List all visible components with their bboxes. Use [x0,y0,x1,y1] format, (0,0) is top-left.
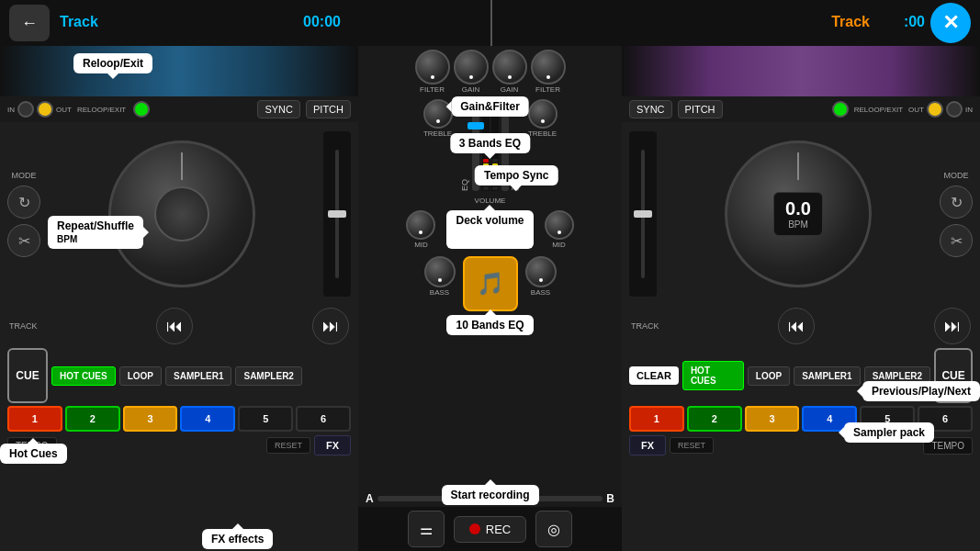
gain-left-knob[interactable] [454,50,489,84]
filter-left-label: FILTER [420,85,445,94]
hcue-1-right[interactable]: 1 [629,406,684,432]
jog-wheel-right[interactable]: 0.0 BPM [725,141,872,287]
fx-button-left[interactable]: FX [314,435,351,455]
mid-left-dot [419,231,422,234]
reloop-exit-label-right: RELOOP/EXIT [854,106,903,114]
mixer-equalizer-icon[interactable]: ⚌ [408,511,445,547]
gain-left-col: GAIN [454,50,489,94]
treble-right-dot [541,119,545,123]
rec-button[interactable]: REC [454,516,526,543]
tab-sampler2-right[interactable]: SAMPLER2 [864,366,930,386]
cue-button-left[interactable]: CUE [7,348,48,403]
shuffle-button[interactable]: ✂ [7,224,40,257]
back-button[interactable]: ← [9,5,50,41]
filter-left-col: FILTER [415,50,450,94]
tab-loop-left[interactable]: LOOP [119,366,162,386]
hcue-4-left[interactable]: 4 [180,406,235,432]
gain-left-dot [469,75,473,79]
fx-button-right[interactable]: FX [629,435,666,455]
left-side-controls: MODE ↻ ✂ Repeat/ShuffleBPM [7,171,40,257]
hotcue-grid-left: 1 2 3 4 5 6 [7,406,351,432]
next-button-left[interactable]: ⏭ [312,308,349,344]
tab-hotcues-left[interactable]: HOT CUES [51,366,116,386]
bass-left-knob[interactable] [424,256,456,287]
in-led-right [946,101,963,118]
out-label: OUT [56,106,72,114]
eq-label-left: EQ [460,179,469,191]
treble-left-knob[interactable] [423,99,453,129]
vol-fader-handle-right [497,108,513,116]
mid-left-knob[interactable] [406,210,435,240]
gain-right-knob[interactable] [492,50,527,84]
pitch-button-right[interactable]: PITCH [678,100,723,118]
repeat-button[interactable]: ↻ [7,186,40,219]
hcue-3-right[interactable]: 3 [745,406,800,432]
mixer-target-icon[interactable]: ◎ [535,511,572,547]
reloop-led-left [133,101,150,118]
prev-button-left[interactable]: ⏮ [156,308,193,344]
vol-fader-left[interactable] [472,99,479,191]
pitch-slider-left[interactable] [323,131,351,297]
pitch-handle-right [634,210,652,218]
deck-left: IN OUT RELOOP/EXIT Reloop/Exit SYNC PITC… [0,46,358,551]
next-button-right[interactable]: ⏭ [934,308,971,344]
tab-hotcues-right[interactable]: HOT CUES [682,361,744,390]
prev-button-right[interactable]: ⏮ [778,308,815,344]
vu-seg-off1-l [483,182,489,186]
rec-dot-icon [469,523,480,534]
gain-right-label: GAIN [501,85,519,94]
mode-btn-right-1[interactable]: ↻ [940,186,973,219]
time-display-right: :00 [904,14,925,30]
vu-seg-grn2-l [483,173,489,176]
bass-right-dot [539,278,543,282]
pitch-button-left[interactable]: PITCH [306,100,351,118]
hcue-2-left[interactable]: 2 [65,406,120,432]
bass-right-col: BASS [525,256,557,311]
filter-right-dot [546,75,550,79]
deck-right: SYNC PITCH RELOOP/EXIT OUT IN [622,46,980,551]
bass-right-knob[interactable] [525,256,557,287]
filter-left-knob[interactable] [415,50,450,84]
hcue-2-right[interactable]: 2 [687,406,742,432]
hcue-1-left[interactable]: 1 [7,406,62,432]
cue-button-right[interactable]: CUE [934,348,973,403]
time-display-left: 00:00 [303,14,341,30]
reset-button-right[interactable]: RESET [670,437,714,454]
mid-right-col: MID [545,210,574,249]
crossfader-track[interactable] [377,496,603,501]
sync-button-left[interactable]: SYNC [257,100,300,118]
treble-right-knob[interactable] [528,99,558,129]
tab-sampler1-right[interactable]: SAMPLER1 [794,366,860,386]
hcue-4-right[interactable]: 4 [802,406,857,432]
clear-button[interactable]: CLEAR [629,366,679,385]
filter-right-knob[interactable] [531,50,566,84]
mode-label-right: MODE [944,171,969,180]
pitch-slider-right[interactable] [629,131,657,297]
vol-fader-right[interactable] [501,99,509,191]
hcue-6-right[interactable]: 6 [918,406,973,432]
tab-sampler2-left[interactable]: SAMPLER2 [235,366,301,386]
mixer-bottom-row: ⚌ REC ◎ Start recording [358,507,622,551]
tab-loop-right[interactable]: LOOP [748,366,790,386]
mode-btn-right-2[interactable]: ✂ [940,224,973,257]
hcue-5-right[interactable]: 5 [860,406,915,432]
reset-button-left[interactable]: RESET [266,437,310,454]
jog-inner-left [154,186,209,242]
close-button[interactable]: ✕ [930,3,971,43]
sampler-button[interactable]: 🎵 [463,256,518,311]
tab-sampler1-left[interactable]: SAMPLER1 [165,366,231,386]
hcue-5-left[interactable]: 5 [238,406,293,432]
in-led [17,101,34,118]
jog-line-left [181,152,183,180]
sync-button-right[interactable]: SYNC [629,100,672,118]
hcue-6-left[interactable]: 6 [296,406,351,432]
hotcue-row-left: CUE HOT CUES LOOP SAMPLER1 SAMPLER2 [7,348,351,403]
sampler-icon: 🎵 [477,271,504,297]
vol-fader-handle-left [467,122,484,129]
waveform-right[interactable] [622,46,980,96]
mid-right-knob[interactable] [545,210,574,240]
mixer-faders: EQ [460,99,521,191]
waveform-left[interactable] [0,46,358,96]
hcue-3-left[interactable]: 3 [123,406,178,432]
jog-wheel-left[interactable] [108,141,255,287]
